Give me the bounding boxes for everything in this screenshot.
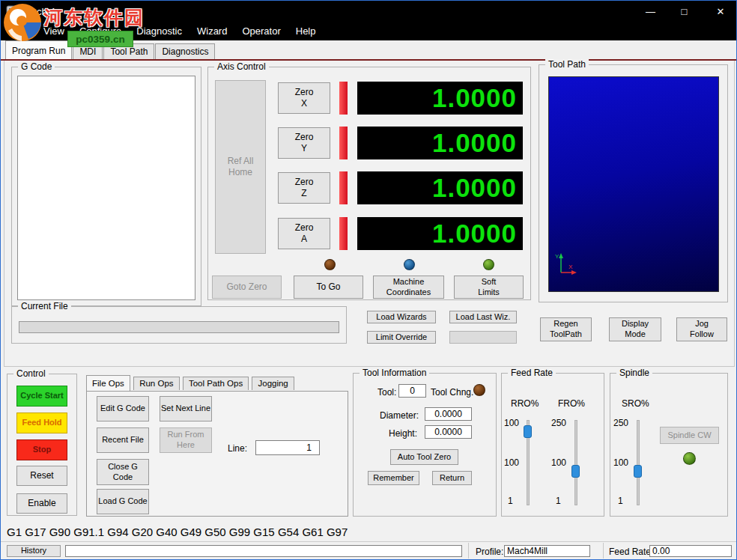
spindle-cw-button[interactable]: Spindle CW (660, 427, 719, 444)
load-gcode-button[interactable]: Load G Code (97, 489, 149, 514)
close-gcode-button[interactable]: Close G Code (97, 459, 149, 485)
run-from-here-button[interactable]: Run From Here (160, 427, 212, 453)
current-file-bar (19, 321, 339, 333)
watermark-site-name: 河东软件园 (43, 5, 145, 30)
feed-hold-button[interactable]: Feed Hold (16, 413, 67, 433)
zero-a-button[interactable]: Zero A (278, 218, 330, 249)
ops-tabbar: File Ops Run Ops Tool Path Ops Jogging (86, 375, 348, 391)
gcode-listbox[interactable] (17, 76, 195, 300)
profile-label: Profile: (476, 547, 503, 557)
sro-min: 1 (618, 496, 623, 506)
z-axis-dro: 1.0000 (357, 171, 523, 204)
ops-tab-file-ops[interactable]: File Ops (86, 375, 130, 391)
y-axis-red-indicator (339, 127, 348, 159)
feed-rate-status-input[interactable] (649, 545, 732, 557)
line-label: Line: (228, 443, 247, 454)
control-group-label: Control (13, 368, 49, 379)
machine-coords-led (404, 259, 415, 270)
sro-slider-thumb[interactable] (634, 465, 642, 478)
tool-label: Tool: (377, 387, 396, 398)
ref-all-home-button[interactable]: Ref All Home (215, 80, 266, 254)
zero-x-letter: X (301, 98, 307, 109)
soft-limits-button[interactable]: Soft Limits (454, 276, 524, 299)
to-go-button[interactable]: To Go (294, 276, 363, 299)
status-message-input[interactable] (65, 545, 462, 557)
diameter-input[interactable] (425, 407, 472, 421)
history-button[interactable]: History (7, 545, 61, 557)
ops-tab-jogging[interactable]: Jogging (252, 377, 294, 390)
cycle-start-button[interactable]: Cycle Start (16, 386, 67, 407)
zero-y-button[interactable]: Zero Y (278, 127, 330, 159)
sro-mid: 100 (613, 457, 628, 468)
fro-mid: 100 (551, 457, 566, 468)
goto-zero-button[interactable]: Goto Zero (212, 276, 282, 299)
fro-slider-thumb[interactable] (571, 465, 580, 478)
maximize-button[interactable]: □ (667, 1, 701, 22)
sro-max: 250 (613, 418, 628, 428)
return-button[interactable]: Return (432, 471, 472, 485)
menu-wizard[interactable]: Wizard (189, 25, 234, 37)
tool-chng-label: Tool Chng. (431, 387, 473, 398)
zero-y-word: Zero (295, 132, 314, 143)
sro-slider-track[interactable] (637, 420, 640, 505)
sro-label: SRO% (622, 398, 649, 409)
zero-z-button[interactable]: Zero Z (278, 172, 330, 204)
rro-mid: 100 (504, 457, 519, 468)
tab-diagnostics[interactable]: Diagnostics (155, 43, 215, 59)
zero-z-letter: Z (301, 188, 306, 199)
run-from-here-label: Run From Here (163, 430, 209, 451)
machine-coordinates-button[interactable]: Machine Coordinates (373, 276, 444, 299)
load-last-wiz-button[interactable]: Load Last Wiz. (449, 311, 517, 323)
ops-tab-tool-path-ops[interactable]: Tool Path Ops (183, 377, 249, 390)
watermark-logo (1, 1, 43, 43)
fro-slider-track[interactable] (574, 420, 577, 505)
tool-info-label: Tool Information (360, 368, 429, 378)
close-button[interactable]: ✕ (703, 1, 737, 22)
a-axis-dro: 1.0000 (357, 217, 523, 250)
limit-override-button[interactable]: Limit Override (367, 331, 436, 344)
display-mode-button[interactable]: Display Mode (609, 317, 661, 341)
remember-button[interactable]: Remember (368, 471, 419, 485)
fro-label: FRO% (558, 398, 585, 409)
spindle-group: Spindle (610, 373, 728, 517)
height-input[interactable] (425, 425, 472, 439)
a-axis-red-indicator (339, 217, 348, 250)
reset-button[interactable]: Reset (16, 466, 67, 486)
feed-rate-group: Feed Rate (501, 373, 604, 517)
zero-a-letter: A (301, 234, 307, 245)
profile-input[interactable] (504, 545, 590, 557)
edit-gcode-button[interactable]: Edit G Code (97, 396, 149, 421)
x-axis-dro: 1.0000 (357, 82, 523, 115)
rro-min: 1 (508, 496, 513, 506)
mach4-window: Mach 4 — □ ✕ File View Configure Diagnos… (0, 0, 737, 560)
y-axis-dro: 1.0000 (357, 127, 523, 159)
soft-limits-led (483, 259, 494, 270)
load-wizards-button[interactable]: Load Wizards (367, 311, 436, 323)
recent-file-button[interactable]: Recent File (97, 427, 149, 453)
display-mode-label: Display Mode (618, 319, 652, 340)
rro-slider-thumb[interactable] (524, 425, 532, 438)
regen-toolpath-button[interactable]: Regen ToolPath (540, 317, 592, 341)
enable-button[interactable]: Enable (16, 493, 67, 514)
toolpath-axis-icon: Y X (555, 251, 577, 278)
ops-tab-run-ops[interactable]: Run Ops (133, 377, 179, 390)
togo-status-led (324, 259, 336, 270)
set-next-line-button[interactable]: Set Next Line (160, 396, 212, 421)
z-axis-red-indicator (339, 171, 348, 204)
zero-x-word: Zero (295, 87, 314, 98)
menu-help[interactable]: Help (288, 25, 324, 37)
feed-rate-group-label: Feed Rate (508, 368, 556, 378)
toolpath-display[interactable]: Y X (548, 76, 719, 292)
menu-operator[interactable]: Operator (234, 25, 288, 37)
statusbar-separator-1 (468, 543, 469, 559)
tool-number-input[interactable] (398, 384, 426, 398)
line-input[interactable] (255, 440, 320, 455)
auto-tool-zero-button[interactable]: Auto Tool Zero (390, 449, 458, 465)
zero-x-button[interactable]: Zero X (278, 82, 330, 114)
blank-button[interactable] (449, 331, 517, 344)
machine-coordinates-label: Machine Coordinates (380, 277, 438, 298)
minimize-button[interactable]: — (634, 1, 667, 22)
statusbar-separator-2 (603, 543, 604, 559)
jog-follow-button[interactable]: Jog Follow (676, 317, 727, 341)
stop-button[interactable]: Stop (16, 439, 67, 460)
